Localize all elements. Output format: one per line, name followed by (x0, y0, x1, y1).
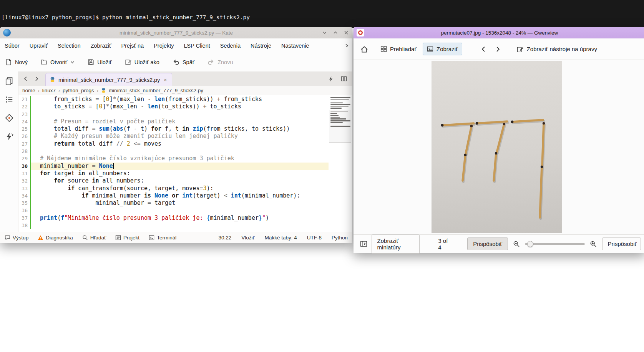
code-line: 28 (18, 148, 329, 155)
code-line: 35 minimal_number = target (18, 199, 329, 207)
menu-item-nastavenie[interactable]: Nastavenie (281, 43, 309, 49)
terminal-window[interactable]: [linux7@linux7 python_progs]$ python min… (0, 0, 644, 28)
tab-settings[interactable]: Mäkké taby: 4 (265, 235, 297, 241)
maximize-icon[interactable] (332, 30, 339, 36)
home-button[interactable] (357, 42, 371, 56)
external-tools-icon[interactable] (5, 132, 13, 141)
menu-item-projekty[interactable]: Projekty (154, 43, 174, 49)
code-lines[interactable]: 21 from_sticks = [0]*(max_len - len(from… (18, 95, 329, 232)
cursor-position[interactable]: 30:22 (219, 235, 232, 241)
next-image-icon[interactable] (491, 42, 505, 56)
input-mode[interactable]: Vložiť (241, 235, 254, 241)
code-editor[interactable]: 21 from_sticks = [0]*(max_len - len(from… (18, 95, 352, 232)
code-line: 25 total_diff = sum(abs(f - t) for f, t … (18, 125, 329, 133)
new-document-icon (5, 59, 12, 65)
breadcrumb-linux7[interactable]: linux7 (42, 88, 56, 93)
code-line: 34 if minimal_number is None or int(targ… (18, 192, 329, 199)
menu-item-subor[interactable]: Súbor (5, 43, 20, 49)
search-icon (82, 235, 88, 241)
breadcrumb: home › linux7 › python_progs › minimal_s… (18, 86, 352, 95)
gwenview-titlebar[interactable]: permutacie07.jpg - 1536x2048 - 24% — Gwe… (354, 27, 644, 38)
menu-item-zobrazit[interactable]: Zobraziť (91, 43, 111, 49)
kate-menubar: Súbor Upraviť Selection Zobraziť Prejsť … (0, 38, 352, 53)
menu-item-sedenia[interactable]: Sedenia (220, 43, 241, 49)
previous-image-icon[interactable] (477, 42, 491, 56)
menu-item-upravit[interactable]: Upraviť (30, 43, 48, 49)
tab-history-back-icon[interactable] (23, 76, 28, 81)
python-icon (101, 88, 106, 93)
kate-toolbar: Nový Otvoriť Uložiť Uložiť ako Späť Znov… (0, 53, 352, 71)
gwenview-app-icon (357, 29, 364, 37)
documents-icon[interactable] (5, 77, 13, 85)
tab-label: minimal_stick_number_777_9_sticks2.py (58, 77, 160, 83)
panel-terminal-button[interactable]: Terminál (149, 235, 176, 241)
panel-diagnostics-button[interactable]: Diagnostika (38, 235, 73, 241)
breadcrumb-file[interactable]: minimal_stick_number_777_9_sticks2.py (109, 88, 203, 93)
minimize-icon[interactable] (322, 30, 328, 36)
edit-tools-button[interactable]: Zobraziť nástroje na úpravy (513, 43, 601, 56)
redo-icon (207, 59, 214, 66)
zoom-in-icon[interactable] (588, 237, 599, 251)
minimap-scrollbar[interactable] (329, 95, 352, 232)
gwenview-toolbar: Prehliadať Zobraziť Zobraziť nástroje na… (354, 38, 644, 60)
menu-item-selection[interactable]: Selection (58, 43, 81, 49)
gwenview-bottombar: Zobraziť miniatúry 3 of 4 Prispôsobiť Pr… (354, 234, 644, 253)
symbols-icon[interactable] (5, 95, 13, 104)
code-line: 23 (18, 111, 329, 118)
open-button[interactable]: Otvoriť (41, 59, 75, 65)
menu-overflow-icon[interactable] (344, 43, 349, 48)
panel-output-button[interactable]: Výstup (5, 235, 28, 241)
fit-button[interactable]: Prispôsobiť (467, 237, 508, 250)
image-position-label: 3 of 4 (438, 237, 450, 251)
code-line: 27 return total_diff // 2 <= moves (18, 140, 329, 148)
quick-open-icon[interactable] (328, 76, 334, 82)
panel-search-button[interactable]: Hľadať (82, 235, 106, 241)
code-line: 30minimal_number = None (18, 163, 329, 170)
zoom-mode-button[interactable]: Prispôsobiť (602, 237, 641, 250)
new-button[interactable]: Nový (5, 59, 28, 65)
view-button[interactable]: Zobraziť (423, 43, 462, 55)
encoding[interactable]: UTF-8 (307, 235, 322, 241)
warning-icon (38, 235, 43, 241)
sidebar-toggle-icon[interactable] (358, 237, 369, 251)
kate-statusbar: Výstup Diagnostika Hľadať Projekt Termin… (0, 232, 352, 243)
git-icon[interactable] (5, 114, 13, 122)
split-view-icon[interactable] (341, 76, 347, 82)
zoom-slider-knob[interactable] (527, 241, 533, 247)
close-icon[interactable] (343, 30, 349, 36)
code-line: 36 (18, 207, 329, 214)
menu-item-prejst-na[interactable]: Prejsť na (121, 43, 144, 49)
tab-minimal-stick-file[interactable]: minimal_stick_number_777_9_sticks2.py × (45, 73, 172, 86)
zoom-slider[interactable] (525, 240, 585, 248)
browse-grid-icon (380, 46, 387, 52)
browse-button[interactable]: Prehliadať (377, 43, 420, 55)
tab-history-forward-icon[interactable] (34, 76, 39, 81)
undo-button[interactable]: Späť (173, 59, 194, 66)
kate-app-icon (3, 29, 11, 37)
menu-item-nastroje[interactable]: Nástroje (251, 43, 271, 49)
photo-permutacie07 (432, 61, 562, 233)
chevron-down-icon[interactable] (70, 60, 75, 64)
save-as-button[interactable]: Uložiť ako (125, 59, 159, 65)
tab-close-icon[interactable]: × (163, 77, 168, 83)
kate-titlebar[interactable]: minimal_stick_number_777_9_sticks2.py — … (0, 27, 352, 38)
minimap-view-rect[interactable] (329, 110, 351, 143)
code-line: 33 if can_transform(source, target, move… (18, 185, 329, 192)
save-icon (88, 59, 94, 65)
python-icon (50, 77, 55, 83)
tab-bar: minimal_stick_number_777_9_sticks2.py × (18, 71, 352, 86)
menu-item-lsp-client[interactable]: LSP Client (184, 43, 210, 49)
code-line: 32 for source in all_numbers: (18, 177, 329, 184)
syntax-language[interactable]: Python (332, 235, 348, 241)
breadcrumb-python-progs[interactable]: python_progs (63, 88, 94, 93)
save-button[interactable]: Uložiť (88, 59, 112, 65)
show-thumbnails-button[interactable]: Zobraziť miniatúry (372, 234, 420, 254)
redo-button[interactable]: Znovu (207, 59, 233, 66)
image-viewport[interactable] (354, 60, 644, 234)
photo-matchsticks-777 (432, 61, 562, 233)
code-line: 37print(f"Minimálne číslo presunom 3 pal… (18, 214, 329, 222)
zoom-out-icon[interactable] (511, 237, 522, 251)
text-caret (113, 163, 114, 169)
panel-project-button[interactable]: Projekt (115, 235, 139, 241)
breadcrumb-home[interactable]: home (22, 88, 35, 93)
